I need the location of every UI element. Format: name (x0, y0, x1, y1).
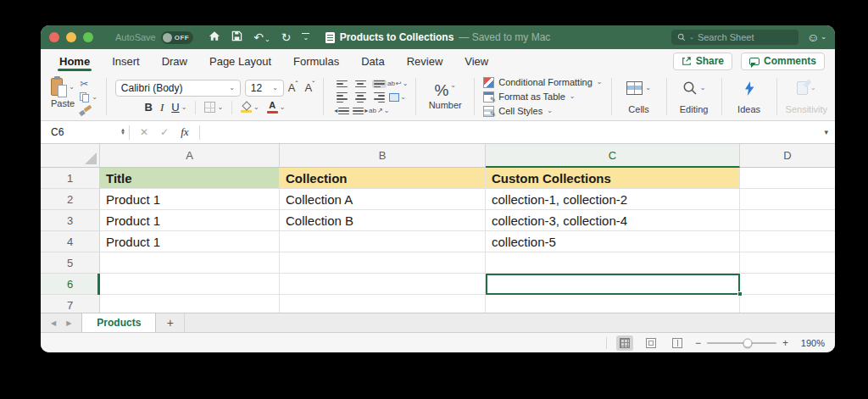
cell-b5[interactable] (280, 252, 486, 274)
confirm-entry-icon[interactable]: ✓ (160, 126, 169, 138)
cell-b3[interactable]: Collection B (280, 210, 486, 231)
close-window-button[interactable] (49, 32, 59, 42)
borders-button[interactable]: ⌄ (203, 102, 225, 113)
redo-button[interactable]: ↻ (281, 31, 292, 43)
page-break-view-button[interactable] (669, 335, 686, 351)
row-header-6[interactable]: 6 (41, 274, 100, 295)
cell-d5[interactable] (740, 252, 835, 274)
insert-function-icon[interactable]: fx (181, 125, 188, 139)
cell-a7[interactable] (100, 295, 280, 313)
toolbar-options-icon[interactable]: ⌄ (302, 33, 309, 42)
zoom-slider[interactable] (707, 342, 776, 344)
name-box-stepper[interactable]: ▲ ▼ (120, 129, 129, 135)
column-header-b[interactable]: B (280, 144, 486, 168)
format-as-table-button[interactable]: ✎ Format as Table ⌄ (483, 91, 575, 103)
row-header-7[interactable]: 7 (41, 295, 100, 313)
tab-review[interactable]: Review (407, 52, 443, 71)
align-top-button[interactable] (335, 80, 349, 89)
cell-b4[interactable] (280, 231, 486, 252)
next-sheet-icon[interactable]: ▶ (66, 319, 71, 327)
align-left-button[interactable] (335, 91, 349, 103)
formula-bar-expand-icon[interactable]: ▾ (824, 121, 828, 143)
cells-button[interactable]: ⌄ (626, 79, 651, 97)
cell-a3[interactable]: Product 1 (100, 210, 280, 231)
share-button[interactable]: Share (673, 53, 732, 70)
cell-c3[interactable]: collection-3, collection-4 (486, 210, 740, 231)
cell-styles-button[interactable]: ✎ Cell Styles ⌄ (483, 106, 553, 117)
cell-a1[interactable]: Title (100, 168, 280, 189)
cell-d1[interactable] (740, 168, 835, 189)
editing-button[interactable]: ⌄ (682, 79, 706, 97)
cell-a6[interactable] (100, 274, 280, 295)
search-scope-chevron-icon[interactable]: ⌄ (689, 34, 694, 41)
cell-c7[interactable] (486, 295, 740, 313)
comments-button[interactable]: Comments (741, 53, 825, 70)
column-header-d[interactable]: D (740, 144, 835, 168)
orientation-button[interactable]: ab ↗ ⌄ (367, 107, 391, 115)
formula-input[interactable] (200, 121, 835, 143)
undo-dropdown-chevron-icon[interactable]: ⌄ (264, 36, 270, 43)
align-middle-button[interactable] (353, 80, 368, 89)
fill-color-button[interactable]: ⌄ (239, 102, 261, 113)
align-right-button[interactable] (372, 91, 387, 103)
font-color-button[interactable]: A ⌄ (265, 101, 287, 114)
row-header-4[interactable]: 4 (41, 231, 100, 252)
sensitivity-button[interactable]: ⌄ (797, 79, 816, 97)
fill-handle[interactable] (737, 291, 743, 296)
cell-c2[interactable]: collection-1, collection-2 (486, 189, 740, 210)
zoom-window-button[interactable] (83, 32, 93, 42)
tab-insert[interactable]: Insert (112, 52, 140, 71)
cell-d4[interactable] (740, 231, 835, 252)
cell-b2[interactable]: Collection A (280, 189, 486, 210)
cell-d6[interactable] (740, 274, 835, 295)
add-sheet-button[interactable]: + (156, 313, 185, 332)
select-all-corner[interactable] (41, 144, 100, 168)
sheet-tab-products[interactable]: Products (81, 313, 156, 332)
zoom-in-button[interactable]: + (782, 338, 788, 348)
zoom-slider-knob[interactable] (743, 338, 752, 347)
ideas-button[interactable] (743, 79, 756, 97)
tab-data[interactable]: Data (361, 52, 384, 71)
zoom-level[interactable]: 190% (798, 338, 825, 348)
font-size-select[interactable]: 12 ⌄ (245, 80, 284, 97)
align-center-button[interactable] (353, 91, 368, 103)
zoom-out-button[interactable]: − (695, 338, 701, 348)
cell-d3[interactable] (740, 210, 835, 231)
paste-button[interactable]: ⌄ Paste (51, 77, 75, 110)
column-header-a[interactable]: A (100, 144, 280, 168)
cell-b7[interactable] (280, 295, 486, 313)
cell-c1[interactable]: Custom Collections (486, 168, 740, 189)
shrink-font-button[interactable]: A ˇ (305, 81, 315, 94)
tab-draw[interactable]: Draw (162, 52, 187, 71)
cell-c5[interactable] (486, 252, 740, 274)
cell-d2[interactable] (740, 189, 835, 210)
conditional-formatting-button[interactable]: Conditional Formatting ⌄ (483, 77, 602, 88)
align-bottom-button[interactable] (372, 80, 387, 89)
tab-home[interactable]: Home (59, 52, 90, 71)
search-input[interactable]: ⌄ Search Sheet (671, 30, 798, 45)
cell-a5[interactable] (100, 252, 280, 274)
tab-formulas[interactable]: Formulas (293, 52, 339, 71)
cell-b1[interactable]: Collection (280, 168, 486, 189)
format-painter-button[interactable] (80, 106, 97, 116)
grow-font-button[interactable]: A ˆ (288, 81, 298, 94)
cell-b6[interactable] (280, 274, 486, 295)
prev-sheet-icon[interactable]: ◀ (51, 319, 56, 327)
cancel-entry-icon[interactable]: ✕ (140, 126, 148, 138)
cell-d7[interactable] (740, 295, 835, 313)
cell-a2[interactable]: Product 1 (100, 189, 280, 210)
italic-button[interactable]: I (159, 101, 165, 114)
underline-button[interactable]: U ⌄ (170, 101, 188, 114)
active-cell-selection[interactable] (486, 274, 740, 295)
cell-a4[interactable]: Product 1 (100, 231, 280, 252)
row-header-2[interactable]: 2 (41, 189, 100, 210)
merge-center-button[interactable]: ⌄ (387, 92, 408, 103)
percent-style-button[interactable]: % ⌄ (434, 82, 456, 98)
feedback-button[interactable]: ☺ ⌄ (807, 31, 826, 43)
home-icon[interactable] (209, 30, 220, 45)
undo-button[interactable]: ↶ ⌄ (253, 31, 270, 43)
row-header-5[interactable]: 5 (41, 252, 100, 274)
bold-button[interactable]: B (143, 101, 154, 114)
save-icon[interactable] (231, 30, 242, 45)
copy-button[interactable]: ⌄ (80, 92, 97, 103)
